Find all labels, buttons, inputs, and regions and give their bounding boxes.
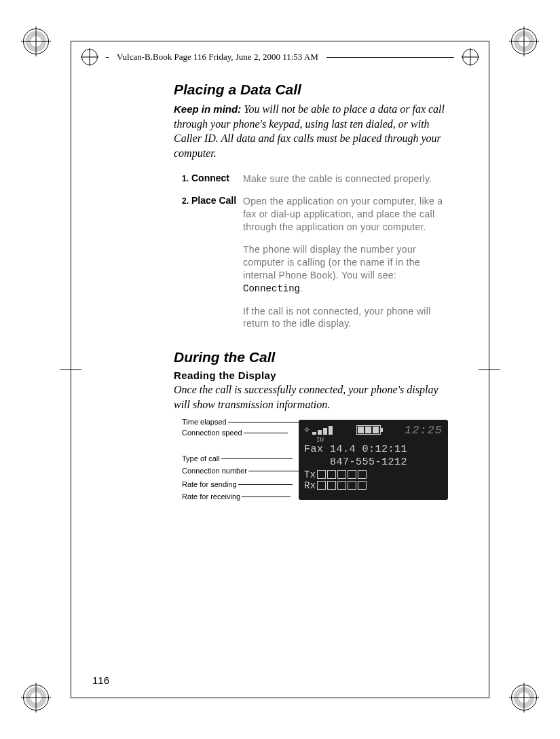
step-text: The phone will display the number your c… [243,244,420,281]
rx-row: Rx [304,480,443,491]
battery-icon [356,425,381,435]
callout-label: Rate for receiving [182,493,240,501]
registration-mark-icon [511,29,537,54]
display-diagram: Time elapsed Connection speed Type of ca… [182,418,445,534]
header-bar: Vulcan-B.Book Page 116 Friday, June 2, 2… [81,49,479,65]
divider [326,57,454,58]
step-label: Place Call [191,195,240,234]
page-number: 116 [92,674,109,686]
sub-heading: Reading the Display [174,370,445,381]
callout-label: Rate for sending [182,481,237,488]
leader-line [221,458,293,459]
callout-label: Connection number [182,467,247,475]
section-heading: Placing a Data Call [174,82,445,98]
steps-list: 1. Connect Make sure the cable is connec… [174,173,445,330]
leader-line [238,484,293,485]
leader-line [244,433,288,433]
target-icon [81,49,98,65]
lcd-display: ⟡ 12:25 IU Fax 14.4 0:12:11 847-555-1212… [299,420,448,500]
rx-label: Rx [304,480,316,491]
step-description: The phone will display the number your c… [243,243,445,295]
step-number: 2. [174,195,189,234]
leader-line [248,471,299,471]
callout-label: Type of call [182,455,220,463]
lcd-line: Fax 14.4 0:12:11 [304,444,443,456]
step-description: Open the application on your computer, l… [243,195,445,234]
callout-label: Connection speed [182,429,242,437]
registration-mark-icon [23,685,49,710]
section-heading: During the Call [174,349,445,365]
header-text: Vulcan-B.Book Page 116 Friday, June 2, 2… [117,52,318,62]
intro-paragraph: Keep in mind: You will not be able to pl… [174,102,445,160]
step-description: Make sure the cable is connected properl… [243,173,445,185]
step-number: 1. [174,173,189,185]
tx-row: Tx [304,469,443,480]
callout-label: Time elapsed [182,418,227,426]
step-label: Connect [191,173,240,185]
registration-mark-icon [23,29,49,54]
page-content: Placing a Data Call Keep in mind: You wi… [174,82,445,534]
registration-mark-icon [511,685,537,710]
step-description: If the call is not connected, your phone… [243,305,445,331]
target-icon [462,49,479,65]
crop-line [71,698,489,698]
lcd-clock: 12:25 [405,424,443,437]
signal-icon: ⟡ [304,425,333,435]
lcd-line: 847-555-1212 [304,456,443,469]
crop-tick [71,364,71,375]
antenna-icon: ⟡ [304,425,310,435]
lcd-text: Connecting [243,283,300,294]
divider [106,57,109,58]
keep-in-mind-label: Keep in mind: [174,103,241,115]
step-text: . [300,283,303,293]
crop-tick [489,364,489,375]
tx-label: Tx [304,469,316,480]
intro-paragraph: Once the call is successfully connected,… [174,382,445,412]
crop-line [71,41,489,41]
leader-line [242,497,291,497]
crop-tick [479,370,500,370]
lcd-indicator: IU [316,437,443,444]
